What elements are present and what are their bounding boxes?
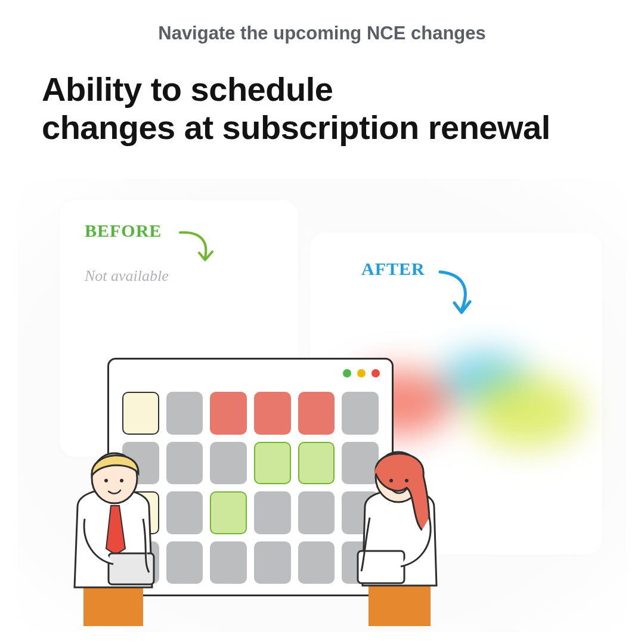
svg-point-1: [104, 479, 108, 482]
window-traffic-lights-icon: [343, 369, 380, 377]
person-left-icon: [54, 429, 173, 632]
svg-point-6: [405, 479, 408, 482]
calendar-cell: [210, 491, 247, 534]
page-title: Ability to schedule changes at subscript…: [0, 44, 644, 147]
calendar-cell: [210, 442, 247, 485]
stage-background: AFTER BEFORE Not available: [18, 179, 626, 632]
person-right-icon: [340, 429, 459, 632]
headline-line-2: changes at subscription renewal: [42, 109, 550, 146]
curved-arrow-icon: [177, 227, 218, 268]
calendar-cell: [254, 491, 291, 534]
headline-line-1: Ability to schedule: [42, 70, 333, 108]
calendar-cell: [254, 541, 291, 584]
calendar-cell: [298, 491, 335, 534]
calendar-cell: [166, 392, 203, 435]
calendar-cell: [298, 541, 335, 584]
calendar-cell: [298, 392, 335, 435]
curved-arrow-icon: [435, 267, 477, 321]
calendar-cell: [122, 392, 159, 435]
calendar-cell: [210, 541, 247, 584]
eyebrow-text: Navigate the upcoming NCE changes: [0, 0, 644, 44]
calendar-illustration: [89, 358, 411, 632]
calendar-cell: [298, 442, 335, 485]
svg-point-2: [120, 479, 123, 482]
calendar-cell: [342, 392, 379, 435]
calendar-cell: [254, 442, 291, 485]
svg-point-5: [389, 479, 393, 482]
calendar-cell: [210, 392, 247, 435]
calendar-cell: [254, 392, 291, 435]
